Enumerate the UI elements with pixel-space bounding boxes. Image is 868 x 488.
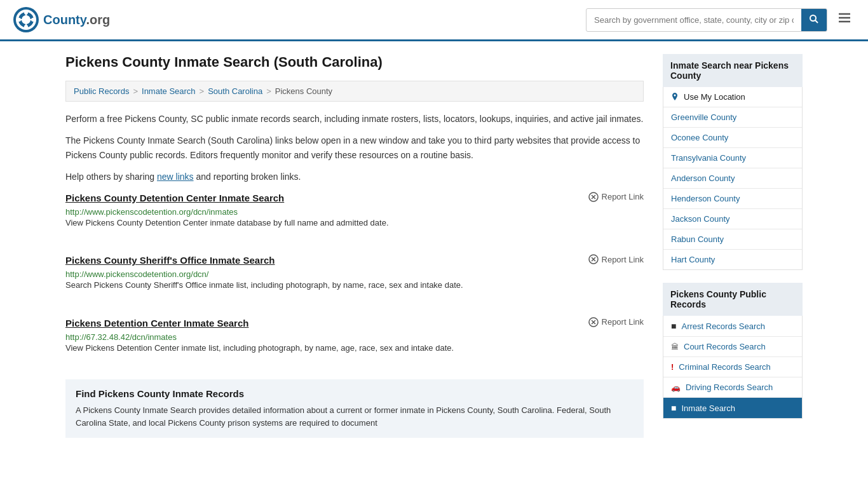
sidebar-item-henderson[interactable]: Henderson County: [663, 189, 802, 209]
henderson-link[interactable]: Henderson County: [663, 189, 802, 208]
sidebar-item-inmate[interactable]: ■ Inmate Search: [663, 398, 802, 418]
sidebar-public-records-heading: Pickens County Public Records: [663, 283, 803, 316]
report-icon-3: [588, 317, 599, 327]
description-3: Help others by sharing new links and rep…: [65, 170, 644, 184]
result-3-title-link[interactable]: Pickens Detention Center Inmate Search: [65, 318, 248, 329]
report-icon-1: [588, 192, 599, 202]
breadcrumb-sep-1: >: [133, 86, 138, 96]
search-button[interactable]: [801, 9, 827, 31]
svg-line-11: [815, 20, 818, 23]
report-icon-2: [588, 254, 599, 264]
sidebar-public-records-section: Pickens County Public Records ■ Arrest R…: [663, 283, 803, 419]
content-area: Pickens County Inmate Search (South Caro…: [65, 54, 644, 438]
main-container: Pickens County Inmate Search (South Caro…: [53, 41, 815, 451]
result-item-1: Pickens County Detention Center Inmate S…: [65, 192, 644, 240]
result-1-desc: View Pickens County Detention Center inm…: [65, 217, 644, 229]
svg-point-8: [17, 18, 21, 22]
find-section-desc: A Pickens County Inmate Search provides …: [76, 404, 634, 429]
svg-point-6: [24, 11, 28, 15]
result-1-url[interactable]: http://www.pickenscodetention.org/dcn/in…: [65, 207, 238, 217]
result-item-2: Pickens County Sheriff's Office Inmate S…: [65, 254, 644, 302]
search-input[interactable]: [587, 10, 801, 30]
anderson-link[interactable]: Anderson County: [663, 168, 802, 188]
header: County.org: [0, 0, 868, 41]
rabun-link[interactable]: Rabun County: [663, 229, 802, 249]
description-2: The Pickens County Inmate Search (South …: [65, 133, 644, 162]
sidebar-item-hart[interactable]: Hart County: [663, 250, 802, 269]
find-section: Find Pickens County Inmate Records A Pic…: [65, 379, 644, 438]
arrest-icon: ■: [671, 321, 676, 331]
report-link-2[interactable]: Report Link: [588, 254, 644, 264]
sidebar-item-court[interactable]: 🏛 Court Records Search: [663, 337, 802, 357]
breadcrumb-inmate-search[interactable]: Inmate Search: [142, 86, 196, 96]
svg-point-10: [810, 15, 816, 21]
new-links-link[interactable]: new links: [157, 172, 194, 182]
report-link-3[interactable]: Report Link: [588, 317, 644, 327]
sidebar-item-criminal[interactable]: ! Criminal Records Search: [663, 357, 802, 377]
sidebar-public-records-list: ■ Arrest Records Search 🏛 Court Records …: [663, 316, 803, 419]
result-1-title-link[interactable]: Pickens County Detention Center Inmate S…: [65, 193, 284, 203]
hamburger-menu-icon[interactable]: [834, 7, 855, 32]
breadcrumb: Public Records > Inmate Search > South C…: [65, 81, 644, 102]
logo: County.org: [13, 6, 110, 33]
jackson-link[interactable]: Jackson County: [663, 209, 802, 229]
sidebar: Inmate Search near Pickens County Use My…: [663, 54, 803, 438]
result-3-desc: View Pickens Detention Center inmate lis…: [65, 342, 644, 355]
driving-icon: 🚗: [671, 383, 681, 392]
sidebar-item-oconee[interactable]: Oconee County: [663, 128, 802, 148]
sidebar-item-driving[interactable]: 🚗 Driving Records Search: [663, 377, 802, 398]
breadcrumb-sep-3: >: [266, 86, 271, 96]
criminal-records-link[interactable]: ! Criminal Records Search: [663, 357, 802, 377]
description-1: Perform a free Pickens County, SC public…: [65, 112, 644, 126]
result-2-url[interactable]: http://www.pickenscodetention.org/dcn/: [65, 269, 208, 279]
result-header-1: Pickens County Detention Center Inmate S…: [65, 192, 644, 207]
logo-text: County.org: [43, 13, 110, 27]
result-item-3: Pickens Detention Center Inmate Search R…: [65, 317, 644, 365]
sidebar-nearby-heading: Inmate Search near Pickens County: [663, 54, 803, 87]
svg-point-7: [24, 25, 28, 29]
oconee-link[interactable]: Oconee County: [663, 128, 802, 147]
result-header-3: Pickens Detention Center Inmate Search R…: [65, 317, 644, 332]
svg-point-9: [31, 18, 35, 22]
sidebar-item-rabun[interactable]: Rabun County: [663, 229, 802, 250]
inmate-icon: ■: [671, 403, 676, 413]
result-2-desc: Search Pickens County Sheriff's Office i…: [65, 279, 644, 292]
header-right: [586, 7, 855, 32]
sidebar-item-transylvania[interactable]: Transylvania County: [663, 148, 802, 168]
report-link-1[interactable]: Report Link: [588, 192, 644, 202]
greenville-link[interactable]: Greenville County: [663, 107, 802, 127]
sidebar-nearby-section: Inmate Search near Pickens County Use My…: [663, 54, 803, 270]
sidebar-item-anderson[interactable]: Anderson County: [663, 168, 802, 189]
sidebar-item-use-location[interactable]: Use My Location: [663, 87, 802, 107]
sidebar-nearby-list: Use My Location Greenville County Oconee…: [663, 87, 803, 270]
logo-icon: [13, 6, 39, 33]
court-records-link[interactable]: 🏛 Court Records Search: [663, 337, 802, 356]
search-bar: [586, 8, 827, 32]
court-icon: 🏛: [671, 342, 679, 351]
result-3-url[interactable]: http://67.32.48.42/dcn/inmates: [65, 332, 177, 342]
transylvania-link[interactable]: Transylvania County: [663, 148, 802, 168]
sidebar-item-greenville[interactable]: Greenville County: [663, 107, 802, 128]
sidebar-item-jackson[interactable]: Jackson County: [663, 209, 802, 229]
breadcrumb-public-records[interactable]: Public Records: [74, 86, 129, 96]
page-title: Pickens County Inmate Search (South Caro…: [65, 54, 644, 71]
hart-link[interactable]: Hart County: [663, 250, 802, 269]
arrest-records-link[interactable]: ■ Arrest Records Search: [663, 316, 802, 336]
result-header-2: Pickens County Sheriff's Office Inmate S…: [65, 254, 644, 269]
inmate-search-link[interactable]: ■ Inmate Search: [663, 398, 802, 418]
breadcrumb-pickens-county: Pickens County: [275, 86, 332, 96]
criminal-icon: !: [671, 362, 674, 372]
sidebar-item-arrest[interactable]: ■ Arrest Records Search: [663, 316, 802, 337]
driving-records-link[interactable]: 🚗 Driving Records Search: [663, 377, 802, 397]
result-2-title-link[interactable]: Pickens County Sheriff's Office Inmate S…: [65, 255, 275, 266]
find-section-title: Find Pickens County Inmate Records: [76, 388, 634, 399]
breadcrumb-south-carolina[interactable]: South Carolina: [208, 86, 262, 96]
location-icon: [671, 93, 679, 102]
use-location-link[interactable]: Use My Location: [663, 87, 802, 107]
breadcrumb-sep-2: >: [200, 86, 205, 96]
